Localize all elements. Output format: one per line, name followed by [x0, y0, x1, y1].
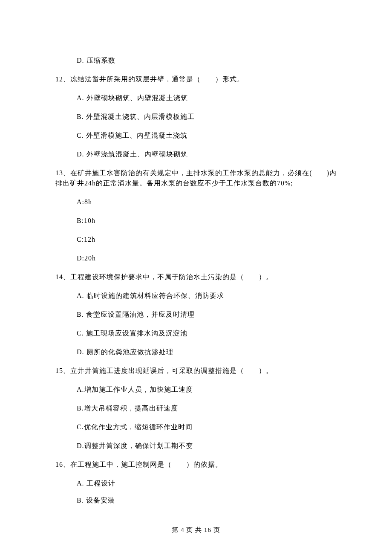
- q14-option-c: C. 施工现场应设置排水沟及沉淀池: [55, 328, 337, 338]
- document-page: D. 压缩系数 12、冻结法凿井所采用的双层井壁，通常是（ ）形式。 A. 外壁…: [0, 0, 392, 555]
- page-footer: 第 4 页 共 16 页: [0, 525, 392, 535]
- q13-stem: 13、在矿井施工水害防治的有关规定中，主排水泵的工作水泵的总能力，必须在( )内…: [55, 168, 337, 188]
- q16-option-b: B. 设备安装: [55, 495, 337, 506]
- q12-option-b: B. 外壁混凝土浇筑、内层滑模板施工: [55, 112, 337, 122]
- q15-option-d: D.调整井筒深度，确保计划工期不变: [55, 441, 337, 451]
- q16-option-a: A. 工程设计: [55, 478, 337, 489]
- q12-option-d: D. 外壁浇筑混凝土、内壁砌块砌筑: [55, 149, 337, 159]
- q15-option-a: A.增加施工作业人员，加快施工速度: [55, 384, 337, 395]
- q13-option-c: C:12h: [55, 234, 337, 245]
- q13-option-d: D:20h: [55, 253, 337, 263]
- q12-stem: 12、冻结法凿井所采用的双层井壁，通常是（ ）形式。: [55, 74, 337, 84]
- q14-option-d: D. 厕所的化粪池应做抗渗处理: [55, 347, 337, 357]
- q16-stem: 16、在工程施工中，施工控制网是（ ）的依据。: [55, 460, 337, 470]
- q15-stem: 15、立井井筒施工进度出现延误后，可采取的调整措施是（ ）。: [55, 366, 337, 376]
- q15-option-c: C.优化作业方式，缩短循环作业时间: [55, 422, 337, 432]
- q14-option-a: A. 临时设施的建筑材料应符合环保、消防要求: [55, 291, 337, 301]
- q14-option-b: B. 食堂应设置隔油池，并应及时清理: [55, 309, 337, 320]
- q12-option-c: C. 外壁滑模施工、内壁混凝土浇筑: [55, 130, 337, 141]
- q11-option-d: D. 压缩系数: [55, 55, 337, 66]
- q12-option-a: A. 外壁砌块砌筑、内壁混凝土浇筑: [55, 93, 337, 103]
- q14-stem: 14、工程建设环境保护要求中，不属于防治水土污染的是（ ）。: [55, 272, 337, 282]
- q13-option-b: B:10h: [55, 216, 337, 226]
- q15-option-b: B.增大吊桶容积，提高出矸速度: [55, 403, 337, 413]
- q13-option-a: A:8h: [55, 197, 337, 207]
